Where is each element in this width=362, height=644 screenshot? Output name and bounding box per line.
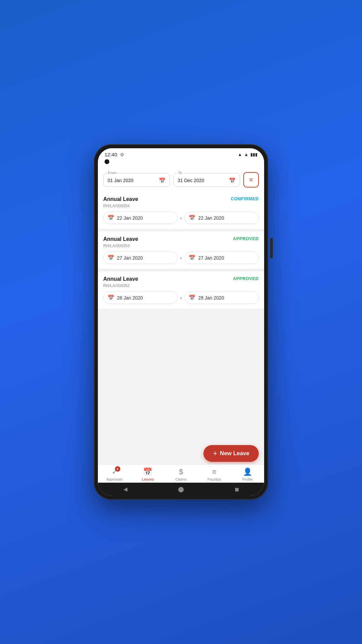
- gear-icon: ⚙: [120, 152, 124, 157]
- profile-label: Profile: [242, 477, 253, 481]
- android-recents-btn[interactable]: ◼: [235, 486, 239, 492]
- leave-ref: RH/LA/000053: [103, 244, 259, 248]
- arrow-icon: ›: [180, 295, 182, 301]
- to-pill-text: 28 Jan 2020: [198, 295, 224, 301]
- from-pill-text: 27 Jan 2020: [117, 255, 143, 261]
- profile-icon: 👤: [243, 468, 252, 476]
- filter-button[interactable]: ≡: [243, 172, 259, 187]
- from-pill-text: 22 Jan 2020: [117, 215, 143, 221]
- leave-header: Annual Leave APPROVED: [103, 276, 259, 282]
- approvals-badge: 4: [115, 466, 120, 472]
- status-bar: 12:40 ⚙ ▲ ▲ ▮▮▮: [98, 148, 264, 159]
- android-nav: ◀ ⬤ ◼: [98, 483, 264, 496]
- leave-card[interactable]: Annual Leave APPROVED RH/LA/000053 📅 27 …: [98, 231, 264, 269]
- battery-icon: ▮▮▮: [250, 152, 257, 157]
- leave-type: Annual Leave: [103, 276, 138, 282]
- to-pill-text: 22 Jan 2020: [198, 215, 224, 221]
- new-leave-button[interactable]: + New Leave: [203, 445, 259, 462]
- claims-icon: $: [179, 468, 183, 476]
- to-date-field[interactable]: To 31 Dec 2020 📅: [173, 173, 240, 187]
- nav-leaves[interactable]: 📅 Leaves: [131, 468, 164, 481]
- approvals-label: Approvals: [106, 477, 123, 481]
- nav-approvals[interactable]: ✓ 4 Approvals: [98, 468, 131, 481]
- leave-header: Annual Leave CONFIRMED: [103, 196, 259, 202]
- leave-status: APPROVED: [233, 276, 259, 281]
- to-label: To: [177, 171, 183, 175]
- fab-label: New Leave: [220, 450, 249, 457]
- leave-to-pill: 📅 27 Jan 2020: [184, 252, 259, 264]
- status-icons: ▲ ▲ ▮▮▮: [238, 152, 257, 157]
- camera-dot: [105, 159, 109, 164]
- leaves-icon: 📅: [143, 468, 152, 476]
- leave-dates: 📅 22 Jan 2020 › 📅 22 Jan 2020: [103, 212, 259, 224]
- from-pill-icon: 📅: [108, 255, 114, 261]
- to-pill-icon: 📅: [189, 255, 195, 261]
- android-home-btn[interactable]: ⬤: [178, 486, 184, 492]
- camera-area: [98, 159, 264, 167]
- phone-frame: 12:40 ⚙ ▲ ▲ ▮▮▮ From 01 Jan 2020 📅: [94, 144, 268, 500]
- leave-ref: RH/LA/000052: [103, 283, 259, 288]
- leave-card[interactable]: Annual Leave APPROVED RH/LA/000052 📅 28 …: [98, 271, 264, 309]
- to-pill-text: 27 Jan 2020: [198, 255, 224, 261]
- leave-ref: RH/LA/000054: [103, 204, 259, 208]
- leave-dates: 📅 27 Jan 2020 › 📅 27 Jan 2020: [103, 252, 259, 264]
- profile-icon-wrap: 👤: [243, 468, 252, 476]
- nav-payslips[interactable]: ≡ Payslips: [198, 468, 231, 481]
- from-pill-text: 28 Jan 2020: [117, 295, 143, 301]
- leave-header: Annual Leave APPROVED: [103, 236, 259, 242]
- fab-area: + New Leave: [98, 440, 264, 465]
- nav-profile[interactable]: 👤 Profile: [231, 468, 264, 481]
- arrow-icon: ›: [180, 215, 182, 221]
- from-pill-icon: 📅: [108, 294, 114, 301]
- claims-icon-wrap: $: [179, 468, 183, 476]
- leave-status: CONFIRMED: [231, 196, 259, 201]
- payslips-icon-wrap: ≡: [212, 468, 217, 476]
- bottom-nav: ✓ 4 Approvals 📅 Leaves $ Claims ≡: [98, 465, 264, 483]
- to-pill-icon: 📅: [189, 294, 195, 301]
- approvals-icon-wrap: ✓ 4: [112, 468, 118, 476]
- signal-icon: ▲: [244, 152, 248, 157]
- leave-from-pill: 📅 27 Jan 2020: [103, 252, 178, 264]
- fab-plus-icon: +: [213, 450, 217, 457]
- filter-icon: ≡: [249, 176, 253, 183]
- leave-from-pill: 📅 28 Jan 2020: [103, 291, 178, 304]
- side-button: [270, 238, 273, 258]
- leave-list: Annual Leave CONFIRMED RH/LA/000054 📅 22…: [98, 192, 264, 440]
- arrow-icon: ›: [180, 255, 182, 261]
- to-date-value: 31 Dec 2020: [178, 178, 204, 183]
- leaves-label: Leaves: [142, 477, 154, 481]
- from-calendar-icon: 📅: [159, 177, 166, 184]
- from-date-field[interactable]: From 01 Jan 2020 📅: [103, 173, 170, 187]
- nav-claims[interactable]: $ Claims: [164, 468, 197, 481]
- payslips-label: Payslips: [207, 477, 221, 481]
- to-calendar-icon: 📅: [229, 177, 236, 184]
- content-area: From 01 Jan 2020 📅 To 31 Dec 2020 📅 ≡: [98, 167, 264, 440]
- android-back-btn[interactable]: ◀: [123, 486, 127, 492]
- leave-to-pill: 📅 22 Jan 2020: [184, 212, 259, 224]
- status-time: 12:40: [105, 152, 117, 157]
- leave-status: APPROVED: [233, 236, 259, 241]
- leave-to-pill: 📅 28 Jan 2020: [184, 291, 259, 304]
- payslips-icon: ≡: [212, 468, 217, 476]
- claims-label: Claims: [175, 477, 187, 481]
- leave-from-pill: 📅 22 Jan 2020: [103, 212, 178, 224]
- leave-type: Annual Leave: [103, 196, 138, 202]
- to-pill-icon: 📅: [189, 215, 195, 221]
- from-date-value: 01 Jan 2020: [108, 178, 133, 183]
- leave-dates: 📅 28 Jan 2020 › 📅 28 Jan 2020: [103, 291, 259, 304]
- from-label: From: [107, 171, 118, 175]
- from-pill-icon: 📅: [108, 215, 114, 221]
- phone-screen: 12:40 ⚙ ▲ ▲ ▮▮▮ From 01 Jan 2020 📅: [98, 148, 264, 496]
- leaves-icon-wrap: 📅: [143, 468, 152, 476]
- leave-type: Annual Leave: [103, 236, 138, 242]
- wifi-icon: ▲: [238, 152, 242, 157]
- leave-card[interactable]: Annual Leave CONFIRMED RH/LA/000054 📅 22…: [98, 192, 264, 229]
- filter-bar: From 01 Jan 2020 📅 To 31 Dec 2020 📅 ≡: [98, 167, 264, 192]
